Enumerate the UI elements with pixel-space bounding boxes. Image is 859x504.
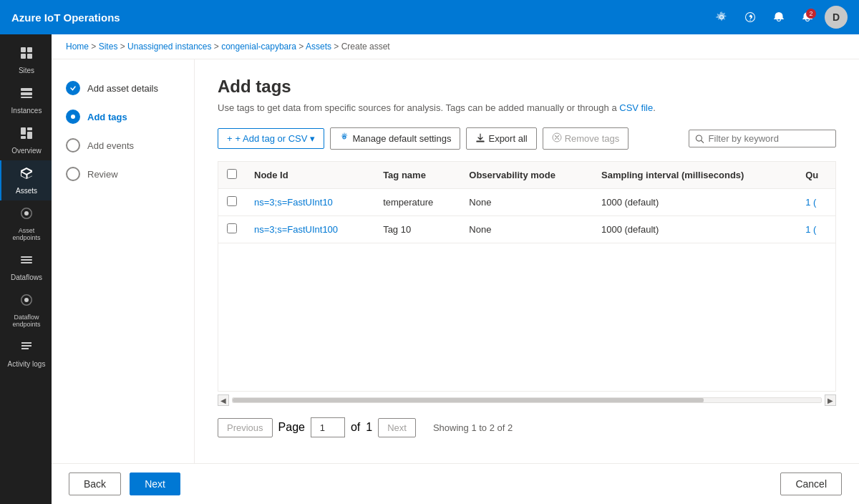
remove-tags-button[interactable]: Remove tags xyxy=(543,127,629,150)
col-observability-mode: Observability mode xyxy=(460,162,593,189)
sidebar-label-sites: Sites xyxy=(19,67,34,74)
row1-node-id-link[interactable]: ns=3;s=FastUInt10 xyxy=(254,197,333,208)
row2-checkbox[interactable] xyxy=(227,223,237,233)
row1-queue: 1 ( xyxy=(797,189,835,216)
sidebar-item-dataflows[interactable]: Dataflows xyxy=(0,247,52,287)
sidebar-item-instances[interactable]: Instances xyxy=(0,80,52,120)
step-circle-4 xyxy=(66,167,80,181)
next-button[interactable]: Next xyxy=(378,418,416,437)
table-row: ns=3;s=FastUInt100 Tag 10 None 1000 (def… xyxy=(218,216,835,243)
next-button-bottom[interactable]: Next xyxy=(130,472,180,495)
avatar[interactable]: D xyxy=(825,6,848,29)
col-sampling-interval: Sampling interval (milliseconds) xyxy=(593,162,797,189)
step-label-2: Add tags xyxy=(87,112,127,122)
svg-rect-6 xyxy=(21,97,32,98)
breadcrumb-current: Create asset xyxy=(341,42,390,52)
page-label: Page xyxy=(278,421,305,434)
svg-rect-0 xyxy=(21,47,26,52)
row2-tag-name: Tag 10 xyxy=(374,216,460,243)
svg-rect-8 xyxy=(27,127,32,130)
row2-checkbox-cell xyxy=(218,216,246,243)
content-area: Home > Sites > Unassigned instances > co… xyxy=(52,34,859,504)
bottom-bar: Back Next Cancel xyxy=(52,463,859,504)
sidebar-item-overview[interactable]: Overview xyxy=(0,120,52,160)
sidebar-label-activity-logs: Activity logs xyxy=(8,360,46,368)
sidebar-item-sites[interactable]: Sites xyxy=(0,40,52,80)
activity-logs-icon xyxy=(19,339,34,357)
scroll-track[interactable] xyxy=(232,397,822,403)
export-all-button[interactable]: Export all xyxy=(466,127,536,150)
filter-input[interactable] xyxy=(709,133,830,144)
row1-checkbox-cell xyxy=(218,189,246,216)
filter-input-wrapper xyxy=(689,130,836,147)
overview-icon xyxy=(19,126,34,144)
page-subtitle: Use tags to get data from specific sourc… xyxy=(218,102,836,113)
two-col-layout: Add asset details Add tags Add events xyxy=(52,59,859,463)
notification-icon[interactable] xyxy=(767,6,790,29)
page-info: Showing 1 to 2 of 2 xyxy=(433,422,513,433)
row1-node-id: ns=3;s=FastUInt10 xyxy=(246,189,374,216)
gear-icon xyxy=(339,132,349,145)
step-circle-3 xyxy=(66,138,80,152)
scroll-left-arrow[interactable]: ◀ xyxy=(218,394,229,406)
row1-checkbox[interactable] xyxy=(227,196,237,206)
step-circle-2 xyxy=(66,110,80,124)
sidebar-item-dataflow-endpoints[interactable]: Dataflow endpoints xyxy=(0,287,52,334)
main-panel: Add tags Use tags to get data from speci… xyxy=(195,59,859,463)
sidebar-item-assets[interactable]: Assets xyxy=(0,160,52,200)
sidebar-label-dataflows: Dataflows xyxy=(11,273,42,281)
select-all-checkbox[interactable] xyxy=(227,169,237,179)
svg-rect-9 xyxy=(27,132,32,139)
page-number-input[interactable] xyxy=(311,417,345,437)
row2-sampling-interval: 1000 (default) xyxy=(593,216,797,243)
top-bar-icons: 2 D xyxy=(710,6,848,29)
row2-node-id-link[interactable]: ns=3;s=FastUInt100 xyxy=(254,224,338,235)
step-add-asset-details[interactable]: Add asset details xyxy=(52,74,194,102)
scroll-right-arrow[interactable]: ▶ xyxy=(825,394,836,406)
step-review[interactable]: Review xyxy=(52,160,194,188)
back-button[interactable]: Back xyxy=(69,472,121,495)
breadcrumb-assets[interactable]: Assets xyxy=(306,42,331,52)
assets-icon xyxy=(19,166,34,184)
help-icon[interactable] xyxy=(739,6,762,29)
svg-rect-7 xyxy=(21,127,26,135)
step-label-1: Add asset details xyxy=(87,83,158,94)
manage-settings-button[interactable]: Manage default settings xyxy=(330,127,460,150)
previous-button[interactable]: Previous xyxy=(218,418,273,437)
sidebar-label-assets: Assets xyxy=(16,187,37,195)
svg-rect-5 xyxy=(21,92,32,95)
col-node-id: Node Id xyxy=(246,162,374,189)
breadcrumb-capybara[interactable]: congenial-capybara xyxy=(221,42,296,52)
breadcrumb-home[interactable]: Home xyxy=(66,42,89,52)
sidebar-label-instances: Instances xyxy=(11,107,42,115)
sidebar-item-asset-endpoints[interactable]: Asset endpoints xyxy=(0,200,52,247)
top-bar: Azure IoT Operations 2 D xyxy=(0,0,859,34)
row1-tag-name: temperature xyxy=(374,189,460,216)
steps-panel: Add asset details Add tags Add events xyxy=(52,59,195,463)
step-add-tags[interactable]: Add tags xyxy=(52,102,194,131)
breadcrumb-unassigned[interactable]: Unassigned instances xyxy=(127,42,211,52)
col-queue: Qu xyxy=(797,162,835,189)
step-circle-1 xyxy=(66,81,80,95)
svg-point-11 xyxy=(24,211,29,215)
table-wrapper: Node Id Tag name Observability mode Samp… xyxy=(218,161,836,392)
csv-link[interactable]: CSV file xyxy=(619,102,653,113)
breadcrumb-sites[interactable]: Sites xyxy=(99,42,118,52)
settings-icon[interactable] xyxy=(710,6,733,29)
row1-observability-mode: None xyxy=(460,189,593,216)
svg-rect-4 xyxy=(21,88,32,91)
svg-point-12 xyxy=(24,298,29,302)
export-icon xyxy=(475,132,485,145)
notification-badge: 2 xyxy=(806,9,816,19)
cancel-button[interactable]: Cancel xyxy=(780,472,842,495)
app-title: Azure IoT Operations xyxy=(11,11,710,24)
svg-line-16 xyxy=(702,140,704,142)
add-tag-csv-button[interactable]: + + Add tag or CSV ▾ xyxy=(218,128,324,149)
sidebar-item-activity-logs[interactable]: Activity logs xyxy=(0,334,52,374)
bell-icon[interactable]: 2 xyxy=(796,6,819,29)
step-add-events[interactable]: Add events xyxy=(52,131,194,160)
step-label-3: Add events xyxy=(87,140,134,151)
sidebar-label-asset-endpoints: Asset endpoints xyxy=(4,227,49,241)
row2-node-id: ns=3;s=FastUInt100 xyxy=(246,216,374,243)
svg-rect-3 xyxy=(27,54,32,59)
